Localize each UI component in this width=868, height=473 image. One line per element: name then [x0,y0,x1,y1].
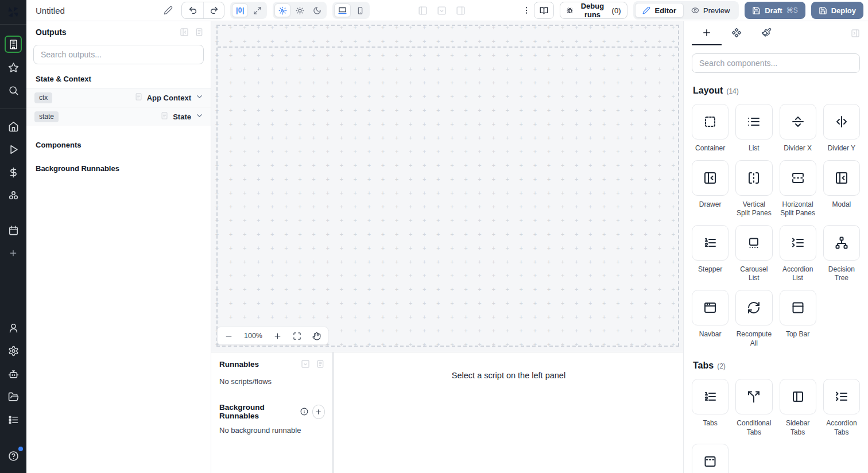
theme-auto-button[interactable] [274,3,290,17]
component-card-conditional-tabs[interactable]: Conditional Tabs [735,379,772,437]
component-label: Accordion List [780,265,816,283]
help-button[interactable] [5,447,22,464]
pan-hand-button[interactable] [312,332,321,340]
tab-component-settings[interactable] [722,21,751,45]
section-heading: Tabs(2) [693,360,860,371]
component-card-divider-x[interactable]: Divider X [780,104,816,153]
deploy-button[interactable]: Deploy [811,2,863,19]
docs-button[interactable] [534,2,554,19]
expand-canvas-button[interactable] [249,3,265,17]
redo-button[interactable] [203,2,224,18]
toggle-left-panel-icon[interactable] [418,6,428,15]
component-label: Drawer [699,200,722,210]
component-card-accordion-tabs[interactable]: Accordion Tabs [823,379,860,437]
runnables-doc-icon[interactable] [316,359,325,369]
component-card-horizontal-split-panes[interactable]: Horizontal Split Panes [780,160,816,218]
desktop-view-button[interactable] [334,3,351,17]
component-sections: Layout(14)ContainerListDivider XDivider … [684,45,868,473]
editor-preview-toggle: Editor Preview [633,1,739,20]
theme-dark-button[interactable] [309,3,325,17]
output-row-state[interactable]: state State [26,107,211,126]
schedules-button[interactable] [5,222,22,239]
component-label: Navbar [699,330,722,339]
info-icon[interactable] [300,408,308,416]
stepper-icon [692,379,728,414]
tab-insert-component[interactable] [692,21,722,45]
workers-button[interactable] [5,365,22,382]
theme-light-button[interactable] [292,3,308,17]
debug-runs-button[interactable]: Debug runs (0) [560,2,627,19]
device-toggle-group [332,2,370,19]
app-editor: Untitled |0| [0,0,868,473]
collapse-bottom-panel-icon[interactable] [301,359,310,369]
resources-button[interactable] [5,187,22,204]
component-card-vertical-split-panes[interactable]: Vertical Split Panes [735,160,772,218]
mobile-view-button[interactable] [352,3,368,17]
component-card-carousel-list[interactable]: Carousel List [735,225,772,283]
component-library-panel: Layout(14)ContainerListDivider XDivider … [683,21,868,473]
component-label: Horizontal Split Panes [780,200,816,218]
workspace-apps-button[interactable] [5,36,22,53]
search-outputs-input[interactable] [33,45,204,64]
output-row-ctx[interactable]: ctx App Context [26,88,211,107]
outputs-doc-icon[interactable] [195,28,204,37]
favorites-star-button[interactable] [5,59,22,76]
folders-button[interactable] [5,388,22,405]
component-card-tabs[interactable]: Tabs [692,379,728,437]
more-menu-button[interactable] [518,2,534,18]
component-label: Container [695,144,725,153]
component-card-navbar[interactable]: Navbar [692,290,728,348]
home-button[interactable] [5,118,22,135]
scale-mode-button[interactable]: |0| [232,3,248,17]
chevron-down-icon[interactable] [195,92,204,103]
search-button[interactable] [5,82,22,99]
component-card-drawer[interactable]: Drawer [692,160,728,218]
account-button[interactable] [5,319,22,336]
runs-button[interactable] [5,141,22,158]
fit-view-button[interactable] [293,332,301,340]
zoom-out-button[interactable] [224,332,233,340]
search-components-input[interactable] [692,53,860,73]
modal-icon [823,160,860,196]
create-new-button[interactable] [5,245,22,262]
component-card-stepper[interactable]: Stepper [692,225,728,283]
component-card-modal[interactable]: Modal [823,160,860,218]
variables-button[interactable] [5,164,22,181]
component-card-top-bar[interactable]: Top Bar [780,290,816,348]
preview-tab[interactable]: Preview [684,3,737,18]
undo-button[interactable] [182,2,203,18]
add-background-runnable-button[interactable] [312,405,325,419]
toggle-bottom-panel-icon[interactable] [437,6,447,15]
component-card-container[interactable]: Container [692,104,728,153]
doc-icon [160,111,169,122]
component-card-list[interactable]: List [735,104,772,153]
invisible-tabs-icon [692,444,728,473]
component-card-recompute-all[interactable]: Recompute All [735,290,772,348]
settings-button[interactable] [5,342,22,359]
component-label: Top Bar [786,330,809,339]
editor-tab[interactable]: Editor [635,3,684,18]
collapse-right-panel-icon[interactable] [851,21,860,45]
outputs-panel: Outputs State & Context ctx App Context [26,21,211,473]
component-label: Recompute All [735,330,772,348]
component-card-invisible-tabs[interactable] [692,444,728,473]
outputs-title: Outputs [36,28,67,37]
windmill-logo[interactable] [0,0,26,24]
edit-title-button[interactable] [160,2,176,18]
divider-x-icon [780,104,816,139]
collapse-outputs-panel-icon[interactable] [180,28,189,37]
canvas-zoom-toolbar: 100% [217,327,328,345]
tab-global-styling[interactable] [751,21,781,45]
component-card-divider-y[interactable]: Divider Y [823,104,860,153]
toggle-right-panel-icon[interactable] [456,6,466,15]
zoom-in-button[interactable] [273,332,282,340]
app-canvas[interactable]: + + + + + + + + + + + + + + + + + + + + … [211,21,683,352]
script-placeholder-text: Select a script on the left panel [452,371,565,380]
logs-button[interactable] [5,411,22,428]
chevron-down-icon[interactable] [195,111,204,122]
component-card-decision-tree[interactable]: Decision Tree [823,225,860,283]
component-card-accordion-list[interactable]: Accordion List [780,225,816,283]
component-label: Sidebar Tabs [780,419,816,437]
component-card-sidebar-tabs[interactable]: Sidebar Tabs [780,379,816,437]
draft-button[interactable]: Draft ⌘S [745,2,805,19]
